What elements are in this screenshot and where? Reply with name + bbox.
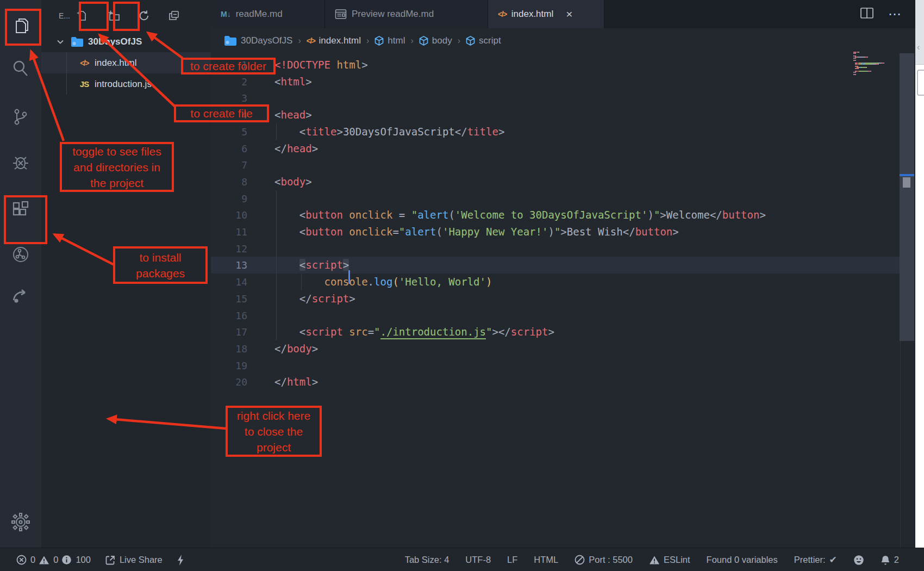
tree-item-project-root[interactable]: 30DaysOfJS (41, 31, 211, 52)
line-number: 7 (211, 157, 247, 173)
activity-item-search[interactable] (0, 51, 41, 89)
code-line-8[interactable]: 8<body> (211, 173, 914, 190)
line-text: </head> (274, 140, 318, 157)
code-line-10[interactable]: 10 <button onclick = "alert('Welcome to … (211, 207, 914, 224)
code-line-9[interactable]: 9 (211, 190, 914, 207)
bolt-icon (177, 554, 184, 566)
code-line-2[interactable]: 2<html> (211, 73, 914, 90)
line-number: 11 (211, 224, 247, 240)
status-label: Prettier: (794, 555, 826, 565)
code-line-13[interactable]: 13 <script> (211, 257, 914, 274)
line-number: 14 (211, 274, 247, 290)
activity-bar (0, 0, 41, 548)
status-label: HTML (534, 555, 558, 565)
debug-icon (11, 152, 30, 174)
line-number: 19 (211, 357, 247, 374)
status-bar-left: 00100Live Share (0, 554, 184, 566)
code-line-17[interactable]: 17 <script src="./introduction.js"></scr… (211, 324, 914, 340)
code-line-7[interactable]: 7 (211, 157, 914, 173)
status-label: Live Share (120, 555, 163, 565)
code-line-1[interactable]: 1<!DOCTYPE html> (211, 57, 914, 73)
activity-item-settings[interactable] (0, 504, 41, 542)
annotation-new-file-box (79, 2, 109, 31)
code-line-14[interactable]: 14 console.log('Hello, World') (211, 274, 914, 290)
line-text: console.log('Hello, World') (274, 274, 492, 290)
minimap-line (853, 72, 856, 73)
minimap-line (853, 60, 856, 61)
status-port[interactable]: Port : 5500 (575, 555, 633, 565)
folder-icon (71, 36, 84, 47)
code-editor[interactable]: 1<!DOCTYPE html>2<html>34<head>5 <title>… (211, 0, 914, 548)
scrollbar-thumb[interactable] (903, 177, 910, 188)
status-label: Found 0 variables (707, 555, 778, 565)
status-variables[interactable]: Found 0 variables (707, 555, 778, 565)
code-line-15[interactable]: 15 </script> (211, 290, 914, 307)
scrollbar-cursor-marker (900, 174, 914, 176)
code-line-4[interactable]: 4<head> (211, 107, 914, 123)
status-prettier[interactable]: Prettier:✔ (794, 554, 837, 566)
code-line-16[interactable]: 16 (211, 307, 914, 324)
chevron-down-icon (55, 37, 65, 47)
line-number: 12 (211, 240, 247, 257)
indent-guide (276, 240, 277, 257)
code-line-11[interactable]: 11 <button onclick="alert('Happy New Yea… (211, 224, 914, 240)
annotation-label-toggle-files: toggle to see filesand directories inthe… (60, 142, 174, 192)
status-label: Port : 5500 (589, 555, 633, 565)
code-line-12[interactable]: 12 (211, 240, 914, 257)
code-line-19[interactable]: 19 (211, 357, 914, 374)
activity-item-source-control[interactable] (0, 99, 41, 137)
line-text: <body> (274, 173, 312, 190)
vscode-window: E... 30DaysOfJS</>index.htmlJSintroducti… (0, 0, 924, 571)
activity-item-live-share[interactable] (0, 277, 41, 315)
eslint-icon (649, 555, 660, 565)
status-label: UTF-8 (465, 555, 491, 565)
line-text: </script> (274, 290, 355, 307)
background-window-sliver: ‹ (915, 0, 924, 571)
line-number: 5 (211, 123, 247, 140)
scrollbar-track[interactable] (900, 53, 914, 341)
minimap-line (853, 74, 856, 75)
port-icon (575, 555, 585, 565)
status-tab-size[interactable]: Tab Size: 4 (405, 555, 449, 565)
source-control-icon (11, 107, 30, 129)
code-line-5[interactable]: 5 <title>30DaysOfJavaScript</title> (211, 123, 914, 140)
code-line-3[interactable]: 3 (211, 90, 914, 107)
line-text: </body> (274, 340, 318, 357)
search-icon (11, 59, 30, 80)
status-eol[interactable]: LF (507, 555, 517, 565)
activity-item-run-debug[interactable] (0, 144, 41, 182)
status-warnings[interactable]: 0 (39, 555, 58, 565)
bell-icon (881, 555, 890, 566)
status-live-share[interactable]: Live Share (105, 555, 163, 566)
status-eslint[interactable]: ESLint (649, 555, 690, 565)
line-number: 16 (211, 307, 247, 324)
project-name: 30DaysOfJS (88, 36, 142, 47)
status-infos[interactable]: 100 (61, 555, 91, 565)
background-window-header (915, 0, 924, 65)
code-line-18[interactable]: 18</body> (211, 340, 914, 357)
status-label: 2 (894, 555, 899, 565)
collapse-icon (167, 9, 180, 24)
info-icon (61, 555, 72, 565)
minimap[interactable] (853, 52, 902, 78)
code-line-20[interactable]: 20</html> (211, 374, 914, 390)
warning-icon (39, 555, 49, 565)
minimap-line (853, 64, 879, 65)
line-text: <html> (274, 73, 312, 90)
status-bolt[interactable] (177, 554, 184, 566)
status-label: 100 (76, 555, 91, 565)
status-encoding[interactable]: UTF-8 (465, 555, 491, 565)
status-language-mode[interactable]: HTML (534, 555, 558, 565)
line-number: 8 (211, 173, 247, 190)
liveshare-icon (105, 555, 116, 566)
line-number: 2 (211, 73, 247, 90)
code-line-6[interactable]: 6</head> (211, 140, 914, 157)
line-number: 18 (211, 340, 247, 357)
status-problems[interactable]: 00100 (16, 555, 91, 565)
status-feedback[interactable] (853, 555, 864, 566)
status-label: 0 (30, 555, 35, 565)
sync-icon (11, 245, 30, 266)
status-errors[interactable]: 0 (16, 555, 35, 565)
status-notifications[interactable]: 2 (881, 555, 899, 566)
collapse-all-button[interactable] (162, 5, 186, 29)
